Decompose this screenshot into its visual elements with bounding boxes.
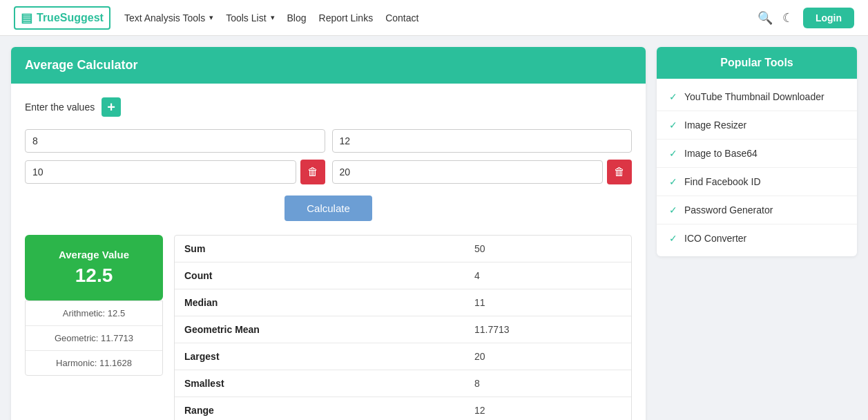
average-value-section: Average Value 12.5 Arithmetic: 12.5 Geom… xyxy=(25,235,163,420)
calculator-card: Average Calculator Enter the values + xyxy=(11,47,646,420)
nav-tools-list[interactable]: Tools List ▾ xyxy=(226,12,274,23)
add-value-button[interactable]: + xyxy=(102,97,121,117)
chevron-down-icon: ▾ xyxy=(209,13,213,22)
right-panel: Popular Tools ✓ YouTube Thumbnail Downlo… xyxy=(657,47,857,420)
table-row: Median 11 xyxy=(175,289,631,316)
average-value-box: Average Value 12.5 xyxy=(25,235,163,300)
stat-key: Geometric Mean xyxy=(175,316,465,343)
input-row-3: 🗑 xyxy=(25,160,325,184)
popular-tool-label: Image Resizer xyxy=(684,120,746,131)
stat-key: Largest xyxy=(175,343,465,370)
popular-tool-item[interactable]: ✓ Image to Base64 xyxy=(657,140,857,168)
main-content: Average Calculator Enter the values + xyxy=(0,36,868,420)
logo-text: TrueSuggest xyxy=(37,12,104,24)
calculator-header: Average Calculator xyxy=(11,47,646,84)
nav-report-links[interactable]: Report Links xyxy=(319,12,374,23)
stat-value: 20 xyxy=(465,343,631,370)
popular-tool-item[interactable]: ✓ YouTube Thumbnail Downloader xyxy=(657,83,857,111)
check-icon: ✓ xyxy=(669,148,677,159)
logo[interactable]: ▤ TrueSuggest xyxy=(14,6,110,30)
table-row: Largest 20 xyxy=(175,343,631,370)
stat-key: Smallest xyxy=(175,370,465,397)
check-icon: ✓ xyxy=(669,204,677,216)
popular-tool-label: YouTube Thumbnail Downloader xyxy=(684,91,824,102)
stat-key: Range xyxy=(175,397,465,421)
stat-value: 11 xyxy=(465,289,631,316)
popular-tool-label: ICO Converter xyxy=(684,233,746,244)
nav-contact[interactable]: Contact xyxy=(385,12,418,23)
check-icon: ✓ xyxy=(669,176,677,187)
delete-button-3[interactable]: 🗑 xyxy=(300,160,325,184)
stats-table: Sum 50 Count 4 Median 11 Geometric Mean … xyxy=(174,235,632,420)
enter-values-label: Enter the values xyxy=(25,102,95,113)
search-button[interactable]: 🔍 xyxy=(758,10,773,26)
navbar: ▤ TrueSuggest Text Analysis Tools ▾ Tool… xyxy=(0,0,868,36)
login-button[interactable]: Login xyxy=(803,8,854,28)
logo-icon: ▤ xyxy=(21,10,32,26)
stat-key: Count xyxy=(175,262,465,289)
check-icon: ✓ xyxy=(669,233,677,244)
popular-tools-card: Popular Tools ✓ YouTube Thumbnail Downlo… xyxy=(657,47,857,256)
check-icon: ✓ xyxy=(669,120,677,131)
number-input-3[interactable] xyxy=(25,160,296,184)
stat-value: 50 xyxy=(465,236,631,262)
avg-value-label: Average Value xyxy=(59,249,129,260)
nav-icons: 🔍 ☾ Login xyxy=(758,8,854,28)
avg-value-number: 12.5 xyxy=(75,265,113,287)
chevron-down-icon: ▾ xyxy=(271,13,275,22)
delete-button-4[interactable]: 🗑 xyxy=(607,160,632,184)
inputs-grid: 🗑 🗑 xyxy=(25,129,632,184)
table-row: Count 4 xyxy=(175,262,631,289)
left-panel: Average Calculator Enter the values + xyxy=(11,47,646,420)
calculator-body: Enter the values + 🗑 xyxy=(11,84,646,420)
calculate-button[interactable]: Calculate xyxy=(284,195,372,221)
enter-values-row: Enter the values + xyxy=(25,97,632,117)
input-row-2 xyxy=(332,129,633,153)
table-row: Range 12 xyxy=(175,397,631,421)
stat-key: Median xyxy=(175,289,465,316)
results-area: Average Value 12.5 Arithmetic: 12.5 Geom… xyxy=(25,235,632,420)
popular-tools-header: Popular Tools xyxy=(657,47,857,79)
popular-tool-label: Password Generator xyxy=(684,204,773,216)
arithmetic-stat: Arithmetic: 12.5 xyxy=(26,301,162,326)
geometric-stat: Geometric: 11.7713 xyxy=(26,326,162,351)
avg-sub-stats: Arithmetic: 12.5 Geometric: 11.7713 Harm… xyxy=(25,300,163,376)
popular-tool-item[interactable]: ✓ ICO Converter xyxy=(657,225,857,252)
check-icon: ✓ xyxy=(669,91,677,102)
nav-links: Text Analysis Tools ▾ Tools List ▾ Blog … xyxy=(124,12,744,23)
number-input-1[interactable] xyxy=(25,129,325,153)
number-input-2[interactable] xyxy=(332,129,633,153)
calculate-btn-row: Calculate xyxy=(25,195,632,221)
popular-tool-label: Find Facebook ID xyxy=(684,176,761,187)
dark-mode-button[interactable]: ☾ xyxy=(782,10,793,26)
popular-tool-item[interactable]: ✓ Password Generator xyxy=(657,196,857,225)
input-row-4: 🗑 xyxy=(332,160,633,184)
nav-blog[interactable]: Blog xyxy=(287,12,307,23)
stat-value: 12 xyxy=(465,397,631,421)
popular-tool-label: Image to Base64 xyxy=(684,148,758,159)
stat-key: Sum xyxy=(175,236,465,262)
popular-tool-item[interactable]: ✓ Image Resizer xyxy=(657,111,857,140)
table-row: Sum 50 xyxy=(175,236,631,262)
stat-value: 8 xyxy=(465,370,631,397)
table-row: Geometric Mean 11.7713 xyxy=(175,316,631,343)
popular-tools-list: ✓ YouTube Thumbnail Downloader ✓ Image R… xyxy=(657,79,857,256)
table-row: Smallest 8 xyxy=(175,370,631,397)
stat-value: 11.7713 xyxy=(465,316,631,343)
number-input-4[interactable] xyxy=(332,160,604,184)
harmonic-stat: Harmonic: 11.1628 xyxy=(26,351,162,375)
popular-tool-item[interactable]: ✓ Find Facebook ID xyxy=(657,168,857,196)
stat-value: 4 xyxy=(465,262,631,289)
nav-text-analysis[interactable]: Text Analysis Tools ▾ xyxy=(124,12,213,23)
input-row-1 xyxy=(25,129,325,153)
